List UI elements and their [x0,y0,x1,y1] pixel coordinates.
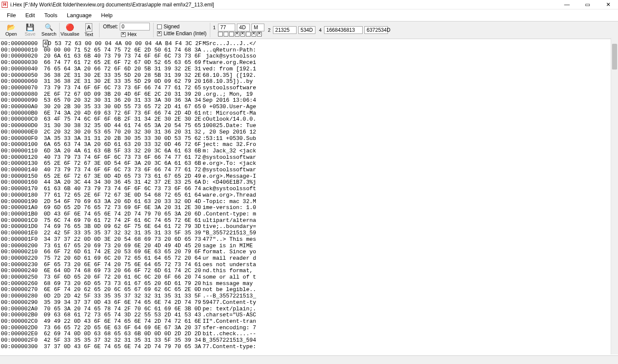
ascii-text[interactable]: pe: text/plain;. [190,306,256,312]
bit-checkbox[interactable] [224,32,228,36]
ascii-text[interactable]: m: Jack_32 <jack [190,148,256,155]
hex-row[interactable]: 00:000002F042 5F 33 35 35 37 32 32 31 35… [1,337,617,344]
hex-bytes[interactable]: 66 6F 72 6D 61 74 2E 20 53 69 6E 63 65 2… [44,249,190,255]
hex-bytes[interactable]: 68 69 73 20 6D 65 73 73 61 67 65 20 6D 6… [44,281,190,287]
hex-row[interactable]: 00:0000022075 72 20 6D 61 69 6C 20 72 65… [1,255,617,262]
hex-row[interactable]: 00:0000007073 79 73 74 6F 6F 6C 73 73 6F… [1,85,617,91]
menu-tools[interactable]: Tools [40,11,61,19]
hex-bytes[interactable]: 00 00 00 71 52 65 74 75 72 6E 2D 50 61 7… [44,47,190,54]
hex-view[interactable]: 00:000000004D 53 72 63 00 00 04 4A 00 00… [0,39,618,356]
ascii-text[interactable]: -Topic: mac 32.M [190,199,256,205]
ascii-text[interactable]: ack@systoolssoft [190,186,256,192]
hex-row[interactable]: 00:000001C075 6C 74 69 70 61 72 74 2F 61… [1,218,617,224]
ascii-text[interactable]: ved: from [192.1 [190,66,256,73]
hex-bytes[interactable]: 0D 2D 2D 42 5F 33 35 35 37 32 32 31 35 3… [44,293,190,300]
ascii-text[interactable]: e.org>.Message-I [190,173,256,180]
hex-row[interactable]: 00:0000016044 3A 20 3C 44 34 30 36 45 31… [1,179,617,186]
menu-help[interactable]: Help [97,11,117,19]
hex-row[interactable]: 00:000000F03A 35 33 3A 31 31 20 2B 30 35… [1,136,617,142]
hex-row[interactable]: 00:000001B00D 43 6F 6E 74 65 6E 74 2D 74… [1,211,617,218]
hex-row[interactable]: 00:000000D031 30 30 38 32 35 0D 44 61 74… [1,123,617,129]
hex-bytes[interactable]: 65 2E 6F 72 67 3E 0D 54 6F 3A 20 3C 6A 6… [44,161,190,167]
hex-bytes[interactable]: 53 65 70 20 32 30 31 36 20 31 33 3A 30 3… [44,97,190,104]
ascii-text[interactable]: nt: Microsoft-Ma [190,110,256,117]
ascii-text[interactable]: his message may [190,281,256,287]
hex-checkbox[interactable] [121,32,126,37]
offset-input[interactable] [120,23,150,30]
bit-checkbox[interactable] [235,32,239,36]
hex-row[interactable]: 00:000000802E 6F 72 67 0D 09 3B 20 4D 6F… [1,91,617,98]
hex-row[interactable]: 00:0000012040 73 79 73 74 6F 6F 6C 73 73… [1,155,617,161]
value-hex-2[interactable]: 534D [298,26,315,34]
hex-row[interactable]: 00:0000002020 6A 61 63 6B 40 73 79 73 74… [1,53,617,60]
hex-bytes[interactable]: 73 79 73 74 6F 6F 6C 73 73 6F 66 74 77 6… [44,85,190,91]
hex-row[interactable]: 00:000001D074 69 76 65 3B 0D 09 62 6F 75… [1,224,617,230]
hex-bytes[interactable]: 6E 6F 74 20 62 65 20 6C 65 67 69 62 6C 6… [44,287,190,293]
hex-row[interactable]: 00:000002800D 2D 2D 42 5F 33 35 35 37 32… [1,293,617,300]
hex-bytes[interactable]: 76 65 64 3A 20 66 72 6F 6D 20 5B 31 39 3… [44,66,190,73]
hex-bytes[interactable]: 30 20 2B 30 35 33 30 0D 55 73 65 72 2D 4… [44,104,190,110]
hex-bytes[interactable]: 75 72 20 6D 61 69 6C 20 72 65 61 64 65 7… [44,255,190,262]
bit-checkbox[interactable] [257,32,262,36]
maximize-button[interactable]: ▭ [581,0,594,9]
hex-bytes[interactable]: 0D 43 6F 6E 74 65 6E 74 2D 74 79 70 65 3… [44,211,190,218]
hex-bytes[interactable]: 34 37 37 22 0D 0D 3E 20 54 68 69 73 20 6… [44,237,190,243]
ascii-text[interactable]: , 20 Sep 2016 12 [190,129,256,136]
hex-bytes[interactable]: 65 2E 6F 72 67 3E 0D 4D 65 73 73 61 67 6… [44,173,190,180]
hex-row[interactable]: 00:000000B06E 74 3A 20 4D 69 63 72 6F 73… [1,110,617,117]
ascii-text[interactable]: .charset="US-ASC [190,312,256,318]
menu-file[interactable]: File [3,11,20,19]
hex-bytes[interactable]: 6D 3A 20 4A 61 63 6B 5F 33 32 20 3C 6A 6… [44,148,190,155]
hex-bytes[interactable]: 75 6C 74 69 70 61 72 74 2F 61 6C 74 65 7… [44,218,190,224]
hex-row[interactable]: 00:000002C049 49 22 0D 43 6F 6E 74 65 6E… [1,318,617,325]
ascii-text[interactable]: 477"..> This mes [190,237,256,243]
hex-bytes[interactable]: 09 63 68 61 72 73 65 74 3D 22 55 53 2D 4… [44,312,190,318]
hex-bytes[interactable]: 49 49 22 0D 43 6F 6E 74 65 6E 74 2D 74 7… [44,318,190,325]
hex-row[interactable]: 00:000000A030 20 2B 30 35 33 30 0D 55 73… [1,104,617,110]
hex-bytes[interactable]: 35 39 34 37 37 0D 43 6F 6E 74 65 6E 74 2… [44,300,190,306]
bit-checkbox[interactable] [218,32,223,36]
ascii-text[interactable]: @systoolssoftwar [190,167,256,173]
ascii-text[interactable]: MSrc...J...J..</ [190,41,256,47]
hex-row[interactable]: 00:000002B009 63 68 61 72 73 65 74 3D 22… [1,312,617,318]
ascii-text[interactable]: 0 +0530.User-Age [190,104,256,110]
hex-row[interactable]: 00:000002D073 66 65 72 2D 65 6E 63 6F 64… [1,325,617,331]
hex-bytes[interactable]: 69 6D 65 2D 76 65 72 73 69 6F 6E 3A 20 3… [44,205,190,211]
hex-bytes[interactable]: 22 42 5F 33 35 35 37 32 32 31 35 31 33 5… [44,230,190,237]
hex-row[interactable]: 00:0000030037 37 0D 43 6F 6E 74 65 6E 74… [1,344,617,350]
ascii-text[interactable]: .--B_3557221513_ [190,293,256,300]
value-dec-4[interactable]: 1668436813 [324,26,363,34]
hex-bytes[interactable]: 40 73 79 73 74 6F 6F 6C 73 73 6F 66 74 7… [44,167,190,173]
ascii-text[interactable]: sfer-encoding: 7 [190,325,256,331]
ascii-text[interactable]: 77.Content-type: [190,344,256,350]
ascii-text[interactable]: e.org>.To: <jack [190,161,256,167]
endian-checkbox[interactable] [157,31,162,36]
hex-bytes[interactable]: 20 6A 61 63 6B 40 73 79 73 74 6F 6F 6C 7… [44,53,190,60]
hex-row[interactable]: 00:0000026068 69 73 20 6D 65 73 73 61 67… [1,281,617,287]
hex-row[interactable]: 00:000002E062 69 74 0D 0D 63 68 65 63 6B… [1,331,617,337]
scroll-thumb[interactable] [612,44,617,70]
hex-row[interactable]: 00:0000029035 39 34 37 37 0D 43 6F 6E 74… [1,300,617,306]
hex-bytes[interactable]: 37 37 0D 43 6F 6E 74 65 6E 74 2D 74 79 7… [44,344,190,350]
hex-row[interactable]: 00:0000004076 65 64 3A 20 66 72 6F 6D 20… [1,66,617,73]
ascii-text[interactable]: "B_3557221513_59 [190,230,256,237]
ascii-text[interactable]: ...qReturn-Path: [190,47,256,54]
ascii-text[interactable]: 59477.Content-ty [190,300,256,306]
ascii-text[interactable]: some or all of t [190,274,256,281]
hex-row[interactable]: 00:000001006A 65 63 74 3A 20 6D 61 63 20… [1,142,617,148]
hex-row[interactable]: 00:000000C063 4F 75 74 6C 6F 6F 6B 2F 31… [1,116,617,123]
bit-checkbox[interactable] [246,32,251,36]
ascii-text[interactable]: @systoolssoftwar [190,155,256,161]
bit-checkbox[interactable] [240,32,245,36]
hex-bytes[interactable]: 31 36 38 2E 31 30 2E 33 35 5D 29 0D 09 6… [44,79,190,85]
hex-bytes[interactable]: 62 69 74 0D 0D 63 68 65 63 6B 0D 0D 0D 2… [44,331,190,337]
minimize-button[interactable]: — [560,0,573,9]
scrollbar[interactable] [611,38,618,355]
ascii-text[interactable]: jack@systoolsso [190,53,256,60]
ascii-text[interactable]: not be legible.. [190,287,256,293]
hex-bytes[interactable]: 73 61 67 65 20 69 73 20 69 6E 20 4D 49 4… [44,243,190,249]
hex-bytes[interactable]: 4D 53 72 63 00 00 04 4A 00 00 04 4A B4 F… [44,41,190,47]
hex-bytes[interactable]: 6A 65 63 74 3A 20 6D 61 63 20 33 32 0D 4… [44,142,190,148]
ascii-text[interactable]: oes not understa [190,262,256,268]
save-button[interactable]: 💾Save [21,22,39,38]
